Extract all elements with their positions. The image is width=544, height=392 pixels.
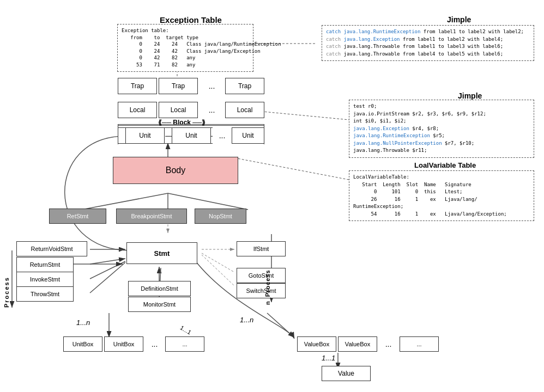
valuebox-3: ... xyxy=(400,336,439,352)
definition-stmt-box: DefinitionStmt xyxy=(128,281,191,296)
ret-stmt-box: RetStmt xyxy=(49,209,106,224)
return-void-stmt-box: ReturnVoidStmt xyxy=(16,241,87,256)
diagram-container: Exception Table Exception table: from to… xyxy=(0,0,544,392)
process-label: Process xyxy=(3,242,10,308)
jimple-title-1: Jimple xyxy=(447,15,471,24)
unit-dots: ... xyxy=(213,127,232,144)
local-box-4: Local xyxy=(225,102,264,118)
unit-box-4: Unit xyxy=(232,127,264,144)
trap-box-4: Trap xyxy=(225,78,264,94)
unitbox-2: UnitBox xyxy=(104,336,143,352)
throw-stmt-box: ThrowStmt xyxy=(16,286,74,302)
trap-box-2: Trap xyxy=(159,78,198,94)
svg-line-3 xyxy=(168,193,248,210)
unitbox-dots: ... xyxy=(145,336,164,352)
svg-line-17 xyxy=(267,313,294,338)
svg-line-11 xyxy=(202,255,234,286)
value-box: Value xyxy=(322,366,371,381)
valuebox-2: ValueBox xyxy=(338,336,377,352)
cardinality-1n-left: 1...n xyxy=(76,318,90,327)
exception-table-title: Exception Table xyxy=(147,15,234,24)
valuebox-1: ValueBox xyxy=(297,336,336,352)
local-box-2: Local xyxy=(159,102,198,118)
invoke-stmt-box: InvokeStmt xyxy=(16,272,74,287)
breakpoint-stmt-box: BreakpointStmt xyxy=(116,209,187,224)
cardinality-1n-right: 1...n xyxy=(240,316,253,324)
trap-dots: ... xyxy=(200,78,224,94)
unitbox-3: ... xyxy=(165,336,204,352)
cardinality-1-1-arrow: 1...1 xyxy=(179,324,192,335)
cardinality-1-1-value: 1...1 xyxy=(322,354,335,362)
jimple-code-box-2: test r0; java.io.PrintStream $r2, $r3, $… xyxy=(349,100,534,158)
local-box-1: Local xyxy=(118,102,157,118)
block-right-border xyxy=(264,124,264,144)
return-arrow-svg xyxy=(74,261,128,272)
goto-stmt-box: GotoStmt xyxy=(237,268,286,283)
body-box: Body xyxy=(113,157,238,184)
nop-stmt-box: NopStmt xyxy=(195,209,246,224)
valuebox-dots: ... xyxy=(379,336,398,352)
n-process-label: n_Process xyxy=(264,234,271,305)
return-stmt-box: ReturnStmt xyxy=(16,257,74,272)
switch-stmt-box: SwitchStmt xyxy=(237,283,286,298)
monitor-stmt-box: MonitorStmt xyxy=(128,297,191,312)
svg-line-1 xyxy=(82,193,168,210)
unitbox-1: UnitBox xyxy=(63,336,102,352)
stmt-box: Stmt xyxy=(126,242,197,264)
block-left-border xyxy=(118,124,118,144)
local-var-title: LoalVariable Table xyxy=(414,161,476,169)
jimple-code-box-1: catch java.lang.RuntimeException from la… xyxy=(322,25,534,61)
local-var-code-box: LocalVariableTable: Start Length Slot Na… xyxy=(349,170,534,221)
svg-line-22 xyxy=(234,158,349,180)
trap-box-1: Trap xyxy=(118,78,157,94)
unit-box-2: Unit xyxy=(172,127,211,144)
block-label: ⟪── Block ──⟫ xyxy=(158,119,205,126)
jimple-title-2: Jimple xyxy=(458,91,482,100)
if-stmt-box: IfStmt xyxy=(237,241,286,256)
svg-line-10 xyxy=(202,253,234,272)
unit-box-1: Unit xyxy=(125,127,165,144)
local-dots: ... xyxy=(200,102,224,118)
exception-code-box: Exception table: from to target type 0 2… xyxy=(117,24,253,72)
